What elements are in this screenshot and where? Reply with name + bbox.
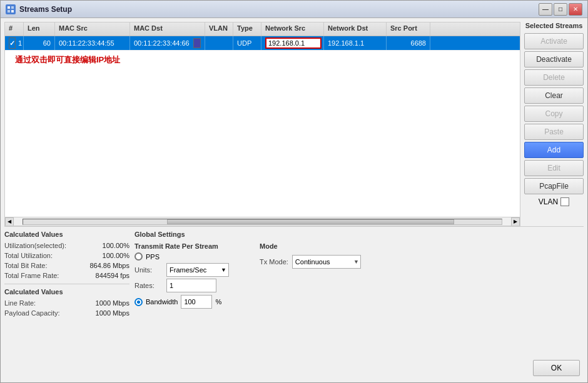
scrollbar-thumb[interactable] <box>167 219 454 224</box>
frame-rate-value: 844594 fps <box>96 272 129 279</box>
global-title: Global Settings <box>134 231 584 238</box>
maximize-button[interactable]: □ <box>554 3 567 16</box>
edit-button[interactable]: Edit <box>524 160 584 176</box>
bottom-section: Calculated Values Utilization(selected):… <box>4 226 584 357</box>
bandwidth-label: Bandwidth <box>146 298 178 306</box>
clear-button[interactable]: Clear <box>524 87 584 104</box>
util-selected-row: Utilization(selected): 100.00% <box>4 241 129 250</box>
table-row[interactable]: 1 60 00:11:22:33:44:55 00:11:22:33:44:66… <box>5 36 520 51</box>
tx-mode-row: Tx Mode: Continuous Burst Single Burst ▼ <box>260 255 584 269</box>
units-dropdown-wrap[interactable]: ▼ <box>166 263 229 277</box>
scroll-right-btn[interactable]: ▶ <box>511 217 520 226</box>
rates-row: Rates: <box>134 279 247 292</box>
row-checkbox[interactable] <box>9 37 16 49</box>
scroll-left-btn[interactable]: ◀ <box>5 217 14 226</box>
side-panel: Selected Streams Activate Deactivate Del… <box>524 22 584 226</box>
rates-label: Rates: <box>134 282 163 289</box>
horizontal-scrollbar[interactable]: ◀ ▶ <box>5 217 520 226</box>
cell-net-src[interactable] <box>261 36 324 50</box>
scrollbar-track[interactable] <box>23 219 502 225</box>
table-header: # Len MAC Src MAC Dst VLAN Type Network … <box>5 22 520 36</box>
cell-mac-src: 00:11:22:33:44:55 <box>55 36 130 50</box>
mode-section: Mode Tx Mode: Continuous Burst Single Bu… <box>260 242 584 311</box>
rates-input[interactable] <box>166 279 216 292</box>
pcap-file-button[interactable]: PcapFile <box>524 178 584 194</box>
tx-mode-select[interactable]: Continuous Burst Single Burst <box>292 255 361 269</box>
transmit-section: Transmit Rate Per Stream PPS Units: ▼ <box>134 242 247 311</box>
calc-section: Calculated Values Utilization(selected):… <box>4 231 129 357</box>
activate-button[interactable]: Activate <box>524 33 584 49</box>
svg-rect-0 <box>8 6 10 9</box>
cell-src-port: 6688 <box>387 36 430 50</box>
title-bar: Streams Setup — □ ✕ <box>1 1 587 18</box>
pps-radio[interactable] <box>134 252 143 261</box>
copy-button[interactable]: Copy <box>524 106 584 122</box>
deactivate-button[interactable]: Deactivate <box>524 51 584 67</box>
table-body: 1 60 00:11:22:33:44:55 00:11:22:33:44:66… <box>5 36 520 217</box>
line-rate-value: 1000 Mbps <box>96 299 129 307</box>
net-src-input[interactable] <box>265 37 322 49</box>
total-util-value: 100.00% <box>103 252 129 259</box>
util-selected-label: Utilization(selected): <box>4 242 66 249</box>
total-util-row: Total Utilization: 100.00% <box>4 251 129 260</box>
calc-title-2: Calculated Values <box>4 288 129 296</box>
window-body: # Len MAC Src MAC Dst VLAN Type Network … <box>1 18 587 382</box>
main-window: Streams Setup — □ ✕ # Len MAC Src MAC Ds… <box>0 0 588 383</box>
cell-len: 60 <box>24 36 55 50</box>
vlan-checkbox[interactable] <box>560 197 569 206</box>
close-button[interactable]: ✕ <box>569 3 582 16</box>
pps-radio-row[interactable]: PPS <box>134 252 247 261</box>
delete-button[interactable]: Delete <box>524 69 584 86</box>
cell-mac-dst: 00:11:22:33:44:66 <box>130 36 205 50</box>
cell-checkbox[interactable]: 1 <box>5 36 24 50</box>
streams-table-container: # Len MAC Src MAC Dst VLAN Type Network … <box>4 22 520 226</box>
minimize-button[interactable]: — <box>539 3 552 16</box>
col-header-mac-src: MAC Src <box>55 22 130 36</box>
util-selected-value: 100.00% <box>103 242 129 249</box>
bandwidth-unit: % <box>215 298 221 306</box>
svg-rect-2 <box>8 10 10 12</box>
col-header-net-src: Network Src <box>261 22 324 36</box>
cell-vlan <box>205 36 233 50</box>
transmit-title: Transmit Rate Per Stream <box>134 242 247 250</box>
col-header-net-dst: Network Dst <box>324 22 387 36</box>
col-header-src-port: Src Port <box>387 22 430 36</box>
add-button[interactable]: Add <box>524 142 584 158</box>
vlan-label: VLAN <box>539 197 558 206</box>
side-panel-title: Selected Streams <box>524 22 584 29</box>
global-section: Global Settings Transmit Rate Per Stream… <box>134 231 584 357</box>
bandwidth-radio[interactable] <box>134 298 143 306</box>
tx-mode-label: Tx Mode: <box>260 258 288 266</box>
annotation-row: 通过双击即可直接编辑IP地址 <box>5 51 520 69</box>
ok-row: OK <box>4 357 584 379</box>
payload-row: Payload Capacity: 1000 Mbps <box>4 309 129 317</box>
col-header-num: # <box>5 22 24 36</box>
vlan-row: VLAN <box>524 197 584 206</box>
units-input[interactable] <box>166 263 229 277</box>
ok-button[interactable]: OK <box>533 360 580 376</box>
window-controls: — □ ✕ <box>539 3 582 16</box>
bandwidth-radio-row[interactable]: Bandwidth % <box>134 295 247 309</box>
tx-mode-dropdown-wrap[interactable]: Continuous Burst Single Burst ▼ <box>292 255 361 269</box>
cell-num: 1 <box>18 39 22 47</box>
mode-title: Mode <box>260 242 584 250</box>
svg-rect-3 <box>11 10 14 12</box>
payload-value: 1000 Mbps <box>96 309 129 317</box>
units-label: Units: <box>134 266 163 274</box>
total-util-label: Total Utilization: <box>4 252 53 259</box>
svg-rect-1 <box>11 6 14 9</box>
bit-rate-label: Total Bit Rate: <box>4 262 47 269</box>
cell-net-dst: 192.168.1.1 <box>324 36 387 50</box>
paste-button[interactable]: Paste <box>524 124 584 140</box>
bit-rate-value: 864.86 Mbps <box>89 262 129 269</box>
window-icon <box>6 4 16 14</box>
bit-rate-row: Total Bit Rate: 864.86 Mbps <box>4 261 129 270</box>
line-rate-label: Line Rate: <box>4 299 36 307</box>
col-header-mac-dst: MAC Dst <box>130 22 205 36</box>
bandwidth-input[interactable] <box>181 295 212 309</box>
vlan-indicator <box>193 38 201 48</box>
units-row: Units: ▼ <box>134 263 247 277</box>
line-rate-row: Line Rate: 1000 Mbps <box>4 299 129 307</box>
cell-type: UDP <box>233 36 261 50</box>
frame-rate-label: Total Frame Rate: <box>4 272 59 279</box>
